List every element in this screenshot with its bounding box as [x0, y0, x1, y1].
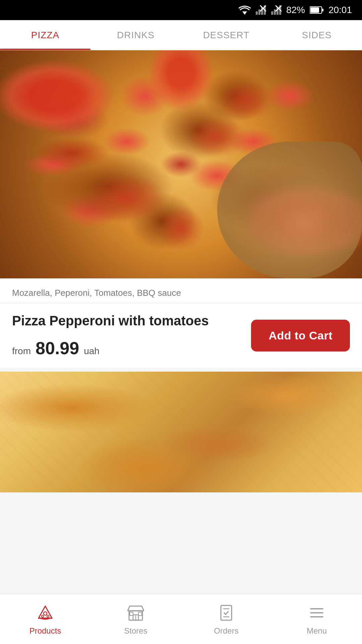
- product-info-pepperoni: Mozarella, Peperoni, Tomatoes, BBQ sauce: [0, 278, 362, 303]
- product-details-pepperoni: Pizza Pepperoni with tomatoes from 80.99…: [0, 303, 362, 368]
- svg-point-18: [47, 615, 49, 617]
- product-name: Pizza Pepperoni with tomatoes: [12, 313, 209, 329]
- main-content: Mozarella, Peperoni, Tomatoes, BBQ sauce…: [0, 50, 362, 594]
- svg-rect-2: [258, 9, 260, 15]
- svg-rect-26: [221, 605, 232, 620]
- product-image-pepperoni: [0, 50, 362, 278]
- add-to-cart-button[interactable]: Add to Cart: [251, 320, 350, 352]
- svg-point-16: [44, 612, 47, 615]
- tab-dessert[interactable]: DESSERT: [181, 20, 272, 50]
- wood-board: [217, 142, 362, 278]
- nav-orders[interactable]: Orders: [181, 594, 272, 644]
- status-bar: 82% 20:01: [0, 0, 362, 20]
- battery-percent: 82%: [286, 5, 305, 15]
- svg-rect-14: [322, 9, 323, 11]
- orders-nav-icon: [216, 603, 236, 623]
- pizza-cheese-illustration: [0, 372, 362, 492]
- nav-stores-label: Stores: [124, 626, 147, 636]
- bottom-navigation: Products Stores Orders: [0, 594, 362, 644]
- svg-rect-25: [138, 612, 142, 615]
- signal-icon: [255, 5, 266, 15]
- product-ingredients: Mozarella, Peperoni, Tomatoes, BBQ sauce: [12, 288, 350, 298]
- svg-rect-24: [130, 612, 133, 615]
- nav-stores[interactable]: Stores: [90, 594, 181, 644]
- price-from-label: from: [12, 346, 31, 357]
- tab-sides[interactable]: SIDES: [272, 20, 362, 50]
- store-nav-icon: [126, 603, 146, 623]
- menu-nav-icon: [307, 603, 327, 623]
- svg-marker-0: [242, 11, 247, 15]
- svg-rect-8: [274, 9, 276, 15]
- nav-orders-label: Orders: [214, 626, 238, 636]
- svg-rect-15: [310, 7, 319, 13]
- tab-drinks[interactable]: DRINKS: [90, 20, 181, 50]
- wifi-icon: [239, 5, 251, 15]
- product-list: Mozarella, Peperoni, Tomatoes, BBQ sauce…: [0, 50, 362, 594]
- tab-pizza[interactable]: PIZZA: [0, 20, 90, 50]
- signal2-icon: [271, 5, 282, 15]
- time: 20:01: [328, 5, 352, 15]
- nav-products-label: Products: [29, 626, 61, 636]
- nav-menu-label: Menu: [307, 626, 327, 636]
- price-currency: uah: [84, 346, 100, 357]
- price-section: from 80.99 uah: [12, 338, 209, 358]
- price-value: 80.99: [36, 338, 79, 358]
- battery-icon: [310, 6, 324, 14]
- product-card-pepperoni: Mozarella, Peperoni, Tomatoes, BBQ sauce…: [0, 50, 362, 368]
- category-tabs: PIZZA DRINKS DESSERT SIDES: [0, 20, 362, 50]
- svg-point-17: [42, 615, 44, 617]
- product-name-price: Pizza Pepperoni with tomatoes from 80.99…: [12, 313, 209, 358]
- svg-rect-7: [271, 11, 273, 15]
- svg-rect-1: [256, 11, 258, 15]
- pizza-nav-icon: [35, 603, 55, 623]
- product-card-cheese: [0, 372, 362, 492]
- pizza-illustration: [0, 50, 362, 278]
- nav-menu[interactable]: Menu: [272, 594, 362, 644]
- nav-products[interactable]: Products: [0, 594, 90, 644]
- status-icons: 82% 20:01: [239, 5, 352, 15]
